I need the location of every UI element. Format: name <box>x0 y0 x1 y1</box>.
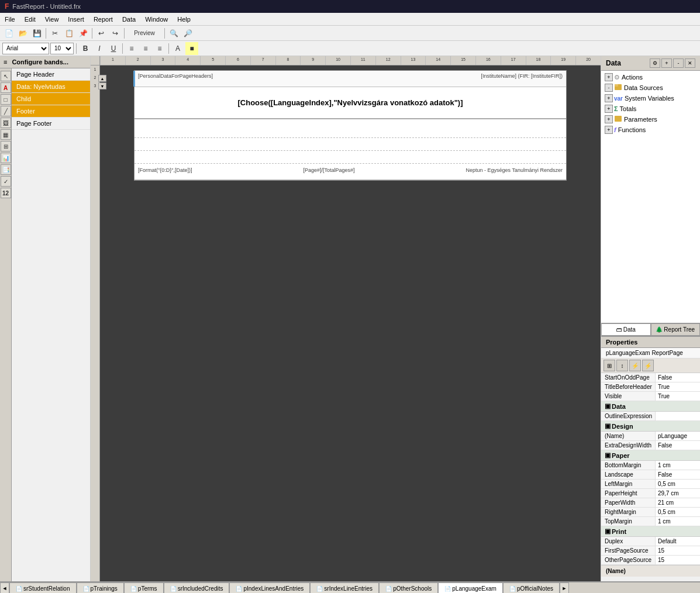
menu-insert[interactable]: Insert <box>63 15 89 24</box>
font-size-select[interactable]: 10 12 14 <box>50 43 74 54</box>
tb-zoom-out[interactable]: 🔎 <box>181 27 194 40</box>
tb-save[interactable]: 💾 <box>30 27 43 40</box>
prop-value-title-before[interactable]: True <box>656 382 700 391</box>
prop-group-design[interactable]: ▣ Design <box>601 421 700 432</box>
strip-shape[interactable]: □ <box>1 94 11 105</box>
tb-open[interactable]: 📂 <box>16 27 29 40</box>
prop-value-left-margin[interactable]: 0,5 cm <box>656 480 700 488</box>
strip-table[interactable]: ⊞ <box>1 141 11 151</box>
params-expander[interactable]: + <box>605 115 613 123</box>
prop-value-outline[interactable] <box>656 412 700 420</box>
tb-copy[interactable]: 📋 <box>63 27 75 40</box>
prop-value-other-pages-source[interactable]: 15 <box>656 556 700 564</box>
strip-subreport[interactable]: 📑 <box>1 164 11 175</box>
prop-value-paper-height[interactable]: 29,7 cm <box>656 489 700 498</box>
data-panel-collapse-btn[interactable]: - <box>673 58 684 68</box>
functions-expander[interactable]: + <box>605 126 613 134</box>
tb-redo[interactable]: ↪ <box>109 27 122 40</box>
strip-check[interactable]: ✓ <box>1 176 11 187</box>
strip-barcode[interactable]: ▦ <box>1 129 11 140</box>
tb-bgcolor[interactable]: ■ <box>185 42 198 55</box>
band-nav-up[interactable]: ▲ <box>100 75 106 82</box>
page-area[interactable]: [PersonalDataForPageHeaders] [InstituteN… <box>100 65 601 581</box>
data-panel-actions-btn[interactable]: ⚙ <box>650 58 660 68</box>
prop-group-print[interactable]: ▣ Print <box>601 526 700 537</box>
tree-sysvars-item[interactable]: + var System Variables <box>601 93 700 104</box>
tb-preview[interactable]: Preview <box>127 27 162 40</box>
tree-totals-item[interactable]: + Σ Totals <box>601 104 700 114</box>
tree-datasources-item[interactable]: - Data Sources <box>601 82 700 93</box>
tb-color[interactable]: A <box>171 42 184 55</box>
menu-edit[interactable]: Edit <box>20 15 40 24</box>
prop-group-paper[interactable]: ▣ Paper <box>601 450 700 461</box>
data-panel-delete-btn[interactable]: ✕ <box>685 58 695 68</box>
tb-new[interactable]: 📄 <box>2 27 15 40</box>
tb-paste[interactable]: 📌 <box>77 27 89 40</box>
tb-cut[interactable]: ✂ <box>49 27 61 40</box>
band-item-data[interactable]: Data: Nyelvtudas <box>12 81 90 93</box>
strip-chart[interactable]: 📊 <box>1 153 11 163</box>
strip-text[interactable]: A <box>1 82 11 93</box>
tab-nav-right[interactable]: ► <box>560 582 569 593</box>
tab-data[interactable]: 🗃 Data <box>601 323 651 336</box>
menu-window[interactable]: Window <box>140 15 173 24</box>
prop-value-bottom-margin[interactable]: 1 cm <box>656 461 700 470</box>
tree-functions-item[interactable]: + f Functions <box>601 125 700 135</box>
band-item-child[interactable]: Child <box>12 93 90 105</box>
band-item-page-footer[interactable]: Page Footer <box>12 118 90 130</box>
prop-value-duplex[interactable]: Default <box>656 537 700 546</box>
tab-report-tree[interactable]: 🌲 Report Tree <box>651 323 701 336</box>
tb-align-right[interactable]: ≡ <box>153 42 166 55</box>
prop-value-name[interactable]: pLanguage <box>656 432 700 440</box>
bottom-tab-p-terms[interactable]: 📄 pTerms <box>124 582 164 593</box>
tab-nav-left[interactable]: ◄ <box>0 582 9 593</box>
bottom-tab-sr-student[interactable]: 📄 srStudentRelation <box>9 582 77 593</box>
menu-view[interactable]: View <box>40 15 64 24</box>
strip-pointer[interactable]: ↖ <box>1 71 11 81</box>
actions-expander[interactable]: + <box>605 73 613 81</box>
sysvars-expander[interactable]: + <box>605 94 613 102</box>
strip-image[interactable]: 🖼 <box>1 118 11 128</box>
props-grid-btn[interactable]: ⊞ <box>604 360 615 371</box>
datasources-expander[interactable]: - <box>605 84 613 92</box>
tb-undo[interactable]: ↩ <box>95 27 108 40</box>
tb-bold[interactable]: B <box>79 42 92 55</box>
tb-zoom-in[interactable]: 🔍 <box>167 27 180 40</box>
menu-help[interactable]: Help <box>173 15 195 24</box>
configure-bands-header[interactable]: ≡ Configure bands... <box>0 56 90 68</box>
prop-value-landscape[interactable]: False <box>656 470 700 479</box>
band-item-page-header[interactable]: Page Header <box>12 68 90 81</box>
props-lightning-btn[interactable]: ⚡ <box>642 360 654 371</box>
bottom-tab-p-language[interactable]: 📄 pLanguageExam <box>438 582 503 593</box>
bottom-tab-p-other[interactable]: 📄 pOtherSchools <box>379 582 438 593</box>
prop-value-start-odd[interactable]: False <box>656 373 700 382</box>
prop-value-paper-width[interactable]: 21 cm <box>656 498 700 507</box>
bottom-tab-sr-included[interactable]: 📄 srIncludedCredits <box>164 582 230 593</box>
bottom-tab-p-trainings[interactable]: 📄 pTrainings <box>77 582 124 593</box>
menu-report[interactable]: Report <box>89 15 118 24</box>
tb-italic[interactable]: I <box>93 42 106 55</box>
bottom-tab-p-official[interactable]: 📄 pOfficialNotes <box>503 582 560 593</box>
prop-value-top-margin[interactable]: 1 cm <box>656 517 700 526</box>
props-sort-btn[interactable]: ↕ <box>616 360 628 371</box>
props-event-btn[interactable]: ⚡ <box>629 360 641 371</box>
prop-value-first-page-source[interactable]: 15 <box>656 546 700 555</box>
band-nav-down[interactable]: ▼ <box>100 82 106 89</box>
prop-value-visible[interactable]: True <box>656 392 700 401</box>
data-panel-expand-btn[interactable]: + <box>661 58 672 68</box>
strip-num[interactable]: 12 <box>1 188 11 198</box>
totals-expander[interactable]: + <box>605 105 613 113</box>
tb-underline[interactable]: U <box>107 42 120 55</box>
bottom-tab-p-index-lines[interactable]: 📄 pIndexLinesAndEntries <box>229 582 310 593</box>
tree-params-item[interactable]: + Parameters <box>601 114 700 125</box>
band-item-footer[interactable]: Footer <box>12 105 90 118</box>
prop-value-extra-design[interactable]: False <box>656 441 700 450</box>
prop-value-right-margin[interactable]: 0,5 cm <box>656 508 700 516</box>
menu-data[interactable]: Data <box>118 15 140 24</box>
font-name-select[interactable]: Arial Times New Roman <box>2 43 49 54</box>
tree-actions-item[interactable]: + ⚙ Actions <box>601 72 700 82</box>
tb-align-center[interactable]: ≡ <box>139 42 152 55</box>
prop-group-data[interactable]: ▣ Data <box>601 401 700 412</box>
tb-align-left[interactable]: ≡ <box>125 42 138 55</box>
menu-file[interactable]: File <box>0 15 20 24</box>
